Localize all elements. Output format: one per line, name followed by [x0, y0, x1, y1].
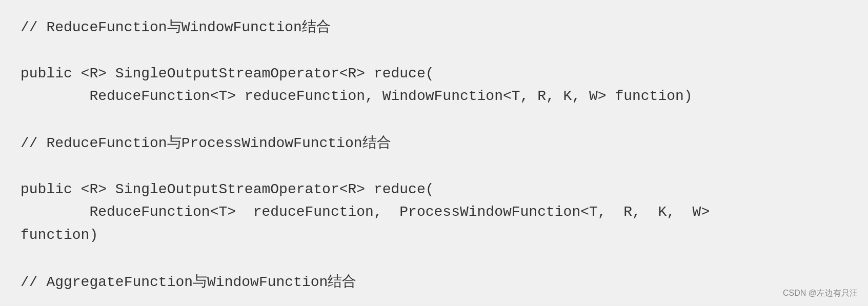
- chinese-text: 与: [193, 273, 207, 289]
- code-line-3: public <R> SingleOutputStreamOperator<R>…: [21, 63, 847, 86]
- code-block: // ReduceFunction与WindowFunction结合 publi…: [0, 0, 868, 306]
- code-line-9: ReduceFunction<T> reduceFunction, Proces…: [21, 201, 847, 224]
- code-text: WindowFunction: [207, 274, 328, 290]
- chinese-text: 与: [167, 134, 181, 150]
- code-text: // ReduceFunction: [21, 19, 167, 35]
- code-line-10: function): [21, 224, 847, 247]
- chinese-text: 结合: [302, 18, 331, 34]
- code-line-13: [21, 294, 847, 306]
- code-text: ProcessWindowFunction: [181, 135, 362, 151]
- code-line-4: ReduceFunction<T> reduceFunction, Window…: [21, 85, 847, 108]
- code-text: WindowFunction: [181, 19, 302, 35]
- code-text: // AggregateFunction: [21, 274, 193, 290]
- code-line-7: [21, 155, 847, 178]
- code-line-5: [21, 108, 847, 131]
- watermark: CSDN @左边有只汪: [783, 288, 858, 299]
- code-line-1: // ReduceFunction与WindowFunction结合: [21, 15, 847, 39]
- code-line-8: public <R> SingleOutputStreamOperator<R>…: [21, 178, 847, 201]
- chinese-text: 结合: [362, 134, 391, 150]
- code-line-2: [21, 39, 847, 63]
- chinese-text: 结合: [328, 273, 356, 289]
- code-line-6: // ReduceFunction与ProcessWindowFunction结…: [21, 131, 847, 155]
- code-line-11: [21, 247, 847, 270]
- code-line-12: // AggregateFunction与WindowFunction结合: [21, 270, 847, 294]
- chinese-text: 与: [167, 18, 181, 34]
- code-text: // ReduceFunction: [21, 135, 167, 151]
